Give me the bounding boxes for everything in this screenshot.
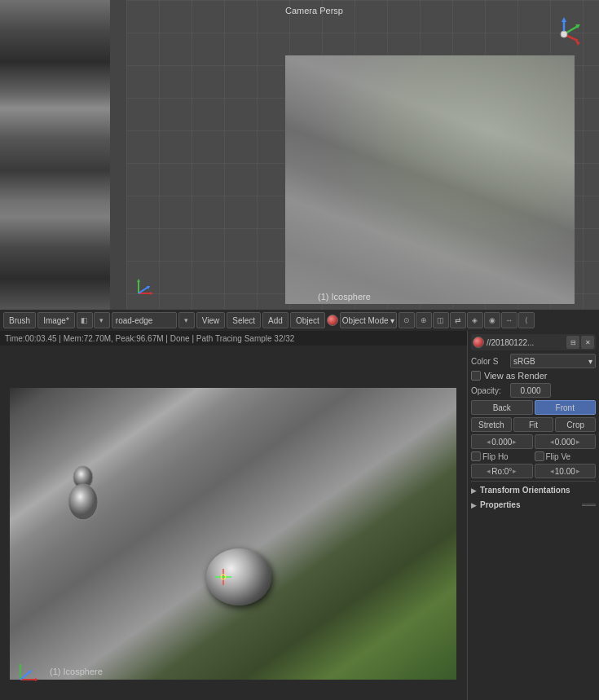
texture-background bbox=[0, 0, 126, 310]
filename-input[interactable] bbox=[112, 312, 177, 328]
top-viewport: Camera Persp bbox=[0, 0, 599, 310]
rotation-value-field[interactable]: ◂ 10.00 ▸ bbox=[535, 464, 597, 478]
color-space-label: Color S bbox=[471, 357, 508, 366]
xray-icon[interactable]: ⇄ bbox=[450, 312, 466, 328]
opacity-field[interactable]: 0.000 bbox=[510, 383, 551, 398]
properties-row[interactable]: ▶ Properties ═══ bbox=[471, 499, 596, 511]
object-menu[interactable]: Object bbox=[290, 312, 325, 328]
status-text: Time:00:03.45 | Mem:72.70M, Peak:96.67M … bbox=[5, 334, 294, 343]
crosshair bbox=[215, 569, 230, 583]
view-button[interactable]: ▾ bbox=[178, 312, 195, 328]
y-field[interactable]: ◂ 0.000 ▸ bbox=[535, 434, 597, 449]
bottom-render bbox=[10, 388, 456, 680]
svg-marker-21 bbox=[19, 663, 22, 667]
front-button[interactable]: Front bbox=[535, 400, 597, 415]
transform-icon[interactable]: ↔ bbox=[501, 312, 518, 328]
flip-ve-item: Flip Ve bbox=[535, 451, 597, 461]
view-as-render-checkbox[interactable] bbox=[471, 371, 481, 381]
rp-header: //20180122... ⊟ ✕ bbox=[471, 334, 596, 350]
rotation-field[interactable]: ◂ Ro:0° ▸ bbox=[471, 464, 533, 478]
select-menu[interactable]: Select bbox=[227, 312, 261, 328]
back-front-row: Back Front bbox=[471, 400, 596, 415]
flip-ho-item: Flip Ho bbox=[471, 451, 533, 461]
transform-expand-arrow: ▶ bbox=[471, 486, 477, 495]
rp-header-left: //20180122... bbox=[473, 337, 534, 348]
crop-button[interactable]: Crop bbox=[555, 417, 596, 432]
opacity-row: Opacity: 0.000 bbox=[471, 383, 596, 398]
svg-line-22 bbox=[20, 671, 30, 680]
transform-orientations-label: Transform Orientations bbox=[480, 486, 570, 495]
mode-icon-right[interactable]: ▾ bbox=[94, 312, 110, 328]
icon-group-left: ◧ ▾ bbox=[77, 312, 110, 328]
view-as-render-row: View as Render bbox=[471, 371, 596, 381]
render-area bbox=[285, 55, 575, 304]
rp-icon-close[interactable]: ✕ bbox=[581, 336, 594, 349]
nav-gizmo[interactable] bbox=[542, 12, 587, 57]
svg-point-14 bbox=[68, 484, 98, 520]
prop-icon[interactable]: ◉ bbox=[484, 312, 500, 328]
axis-svg-top bbox=[130, 272, 160, 302]
header-bar: Brush Image* ◧ ▾ ▾ View Select Add Objec… bbox=[0, 310, 599, 331]
x-field[interactable]: ◂ 0.000 ▸ bbox=[471, 434, 533, 449]
color-space-dropdown[interactable]: sRGB ▾ bbox=[510, 354, 596, 368]
right-panel: //20180122... ⊟ ✕ Color S sRGB ▾ View as… bbox=[467, 331, 599, 700]
mode-icon-left[interactable]: ◧ bbox=[77, 312, 93, 328]
back-button[interactable]: Back bbox=[471, 400, 533, 415]
camera-persp-label: Camera Persp bbox=[285, 6, 343, 15]
texture-stripe bbox=[110, 0, 126, 310]
opacity-label: Opacity: bbox=[471, 386, 508, 395]
render-image bbox=[285, 55, 575, 304]
road-texture bbox=[10, 388, 456, 680]
axis-svg-bottom bbox=[12, 655, 45, 688]
svg-marker-19 bbox=[35, 678, 38, 681]
icosphere-label-bottom: (1) Icosphere bbox=[50, 667, 103, 676]
xy-row: ◂ 0.000 ▸ ◂ 0.000 ▸ bbox=[471, 434, 596, 449]
overlay-icon[interactable]: ◫ bbox=[433, 312, 449, 328]
flip-ho-label: Flip Ho bbox=[482, 452, 509, 461]
fit-button[interactable]: Fit bbox=[513, 417, 554, 432]
mode-group: Object Mode▾ bbox=[327, 312, 397, 328]
status-bar: Time:00:03.45 | Mem:72.70M, Peak:96.67M … bbox=[0, 331, 469, 346]
svg-point-6 bbox=[561, 31, 567, 37]
flip-ve-label: Flip Ve bbox=[546, 452, 571, 461]
rp-sphere-icon bbox=[473, 337, 484, 348]
stretch-fit-row: Stretch Fit Crop bbox=[471, 417, 596, 432]
view-menu[interactable]: View bbox=[196, 312, 226, 328]
svg-marker-10 bbox=[137, 279, 140, 282]
viewport-3d[interactable]: Camera Persp bbox=[126, 0, 599, 310]
icon-group-nav: ▾ bbox=[178, 312, 195, 328]
snap-icon[interactable]: ◈ bbox=[467, 312, 483, 328]
rp-header-icons: ⊟ ✕ bbox=[566, 336, 594, 349]
render-overlay bbox=[285, 55, 575, 304]
mode-sphere-icon bbox=[327, 315, 338, 326]
flip-ho-checkbox[interactable] bbox=[471, 451, 481, 461]
bottom-viewport[interactable]: (1) Icosphere bbox=[0, 346, 469, 700]
properties-dots: ═══ bbox=[582, 501, 596, 508]
transform-orientations-row[interactable]: ▶ Transform Orientations bbox=[471, 484, 596, 496]
brush-button[interactable]: Brush bbox=[3, 312, 36, 328]
axis-indicator-bottom: (1) Icosphere bbox=[12, 655, 103, 688]
shading-icon-2[interactable]: ⊕ bbox=[416, 312, 432, 328]
stretch-button[interactable]: Stretch bbox=[471, 417, 512, 432]
svg-marker-1 bbox=[562, 17, 566, 22]
metallic-figure bbox=[55, 461, 112, 526]
svg-line-11 bbox=[139, 287, 148, 293]
shading-icon-1[interactable]: ⊙ bbox=[399, 312, 415, 328]
properties-label: Properties bbox=[480, 500, 520, 509]
crosshair-svg bbox=[215, 569, 231, 585]
figure-svg bbox=[55, 461, 112, 526]
flip-ve-checkbox[interactable] bbox=[535, 451, 544, 461]
color-space-row: Color S sRGB ▾ bbox=[471, 354, 596, 368]
add-menu[interactable]: Add bbox=[262, 312, 288, 328]
rp-filename: //20180122... bbox=[487, 338, 534, 347]
mode-dropdown[interactable]: Object Mode▾ bbox=[340, 312, 397, 328]
rotation-row: ◂ Ro:0° ▸ ◂ 10.00 ▸ bbox=[471, 464, 596, 478]
gizmo-icon[interactable]: ⟨ bbox=[518, 312, 535, 328]
icosphere-label-top: (1) Icosphere bbox=[318, 292, 371, 302]
axis-indicator-top bbox=[130, 272, 160, 302]
rp-icon-image[interactable]: ⊟ bbox=[566, 336, 579, 349]
svg-marker-5 bbox=[575, 41, 580, 46]
texture-panel bbox=[0, 0, 126, 310]
flip-row: Flip Ho Flip Ve bbox=[471, 451, 596, 461]
image-button[interactable]: Image* bbox=[37, 312, 75, 328]
